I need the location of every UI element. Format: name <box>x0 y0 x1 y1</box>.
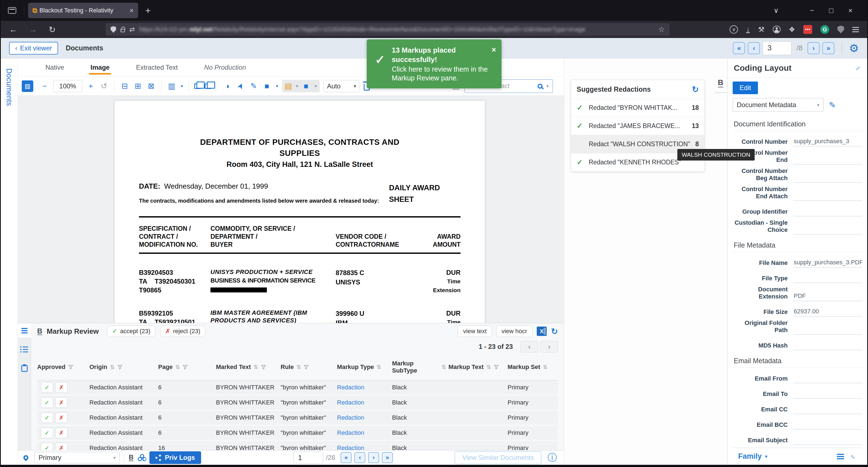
coding-field-value[interactable]: PDF <box>793 292 862 301</box>
cursor-select-icon[interactable]: ➤ <box>235 80 247 92</box>
priv-logs-button[interactable]: Priv Logs <box>149 451 201 464</box>
refresh-icon[interactable]: ↻ <box>692 85 699 94</box>
layout-icon[interactable]: ▥ <box>167 82 176 91</box>
cell-markup-type[interactable]: Redaction <box>337 399 392 406</box>
view-text-button[interactable]: view text <box>458 325 492 337</box>
viewer-mode-icon[interactable]: ▨ <box>22 80 33 92</box>
devtools-wrench-icon[interactable]: ⚒ <box>758 25 764 34</box>
column-header-markup-type[interactable]: Markup Type⇅ <box>337 363 392 371</box>
suggested-redaction-item[interactable]: ✓ Redacted "JAMES BRACEWE... 13 <box>571 117 704 135</box>
coding-field-value[interactable] <box>793 405 862 414</box>
column-header-approved[interactable]: Approved <box>37 363 89 371</box>
sort-icon[interactable]: ⇅ <box>543 363 548 371</box>
next-document-button[interactable]: › <box>807 42 819 54</box>
back-icon[interactable]: ← <box>9 25 17 34</box>
approve-button[interactable]: ✓ <box>41 443 53 450</box>
coding-field-value[interactable] <box>793 226 862 235</box>
lastpass-extension-icon[interactable]: ••• <box>803 25 812 34</box>
refresh-icon[interactable]: ↻ <box>551 327 558 336</box>
table-row[interactable]: ✓ ✗ Redaction Assistant 6 BYRON WHITTAKE… <box>37 426 558 440</box>
list-tabs-icon[interactable]: ∨ <box>767 6 786 15</box>
fill-redaction-caret-icon[interactable]: ▾ <box>315 83 317 89</box>
window-close-button[interactable]: × <box>841 6 860 15</box>
reject-all-button[interactable]: ✗reject (23) <box>160 325 206 337</box>
fit-height-icon[interactable]: ⊟ <box>120 82 129 91</box>
extensions-puzzle-icon[interactable]: ❖ <box>789 25 795 34</box>
sort-icon[interactable]: ⇅ <box>377 363 381 371</box>
column-header-origin[interactable]: Origin⇅ <box>89 363 158 371</box>
column-header-page[interactable]: Page⇅ <box>158 363 216 371</box>
coding-field-value[interactable] <box>793 274 862 283</box>
coding-field-value[interactable] <box>793 390 862 399</box>
column-header-marked-text[interactable]: Marked Text⇅ <box>216 363 281 371</box>
success-toast[interactable]: ✓ 13 Markups placed successfully! Click … <box>367 39 501 88</box>
search-icon[interactable] <box>537 84 542 89</box>
reject-button[interactable]: ✗ <box>55 382 67 393</box>
permissions-icon[interactable]: ⇄ <box>129 26 135 33</box>
adblock-shield-icon[interactable] <box>837 26 844 33</box>
copy-next-icon[interactable] <box>205 83 211 89</box>
settings-gear-icon[interactable]: ⚙ <box>849 42 859 55</box>
reject-button[interactable]: ✗ <box>55 397 67 408</box>
reject-button[interactable]: ✗ <box>55 412 67 423</box>
document-index-input[interactable] <box>763 41 792 55</box>
export-excel-icon[interactable]: X <box>537 327 547 336</box>
fit-mode-select[interactable]: Auto▾ <box>323 80 360 92</box>
approve-button[interactable]: ✓ <box>41 412 53 423</box>
documents-vertical-tab[interactable]: Documents <box>5 68 13 106</box>
layout-caret-icon[interactable]: ▾ <box>181 83 183 89</box>
last-document-button[interactable]: » <box>822 42 834 54</box>
annotation-pen-icon[interactable]: ✎ <box>249 82 258 91</box>
first-page-button[interactable]: « <box>341 452 351 463</box>
document-canvas[interactable]: DEPARTMENT OF PURCHASES, CONTRACTS ANDSU… <box>18 96 564 323</box>
tab-no-production[interactable]: No Production <box>204 58 246 76</box>
view-hocr-button[interactable]: view hocr <box>496 325 532 337</box>
coding-field-value[interactable]: supply_purchases_3.PDF <box>793 259 862 268</box>
window-maximize-button[interactable]: □ <box>822 6 841 15</box>
location-pin-icon[interactable] <box>22 454 29 461</box>
sort-icon[interactable]: ⇅ <box>487 363 491 371</box>
coding-field-value[interactable] <box>793 192 862 201</box>
column-header-rule[interactable]: Rule⇅ <box>281 363 337 371</box>
account-icon[interactable] <box>773 26 780 33</box>
sort-icon[interactable]: ⇅ <box>110 363 115 371</box>
bookmark-star-icon[interactable]: ☆ <box>658 25 665 34</box>
zoom-in-icon[interactable]: + <box>86 82 95 91</box>
markup-grid-view-icon[interactable] <box>18 323 31 338</box>
zoom-level-input[interactable] <box>53 80 82 92</box>
view-similar-documents-button[interactable]: View Similar Documents <box>455 451 541 464</box>
blackout-pane-icon[interactable]: B <box>718 78 723 88</box>
previous-document-button[interactable]: ‹ <box>748 42 760 54</box>
highlight-caret-icon[interactable]: ▾ <box>296 83 298 89</box>
coding-field-value[interactable] <box>793 342 862 350</box>
coding-field-value[interactable] <box>793 208 862 216</box>
fit-width-icon[interactable]: ⊞ <box>133 82 143 91</box>
prev-page-button[interactable]: ‹ <box>354 452 365 463</box>
family-caret-icon[interactable]: ▾ <box>765 454 768 460</box>
table-row[interactable]: ✓ ✗ Redaction Assistant 16 BYRON WHITTAK… <box>37 441 558 450</box>
downloads-icon[interactable]: ↓ <box>746 26 750 33</box>
fill-redaction-icon[interactable]: ■ <box>302 82 311 91</box>
family-dropdown[interactable]: Family <box>738 452 762 461</box>
tab-native[interactable]: Native <box>45 58 64 76</box>
coding-field-value[interactable]: 62937.00 <box>793 308 862 317</box>
markup-list-view-icon[interactable] <box>18 342 31 357</box>
cell-markup-type[interactable]: Redaction <box>337 414 392 421</box>
prev-page-button[interactable]: ‹ <box>521 341 538 352</box>
markup-set-select[interactable]: Primary▾ <box>34 452 120 463</box>
redaction-square-caret-icon[interactable]: ▾ <box>276 83 278 89</box>
approve-button[interactable]: ✓ <box>41 382 53 393</box>
sort-icon[interactable]: ⇅ <box>254 363 258 371</box>
blackout-icon[interactable]: B <box>129 454 133 461</box>
pan-icon[interactable]: ◑ <box>223 82 232 91</box>
search-caret-icon[interactable]: ▾ <box>547 83 549 89</box>
exit-viewer-button[interactable]: ‹Exit viewer <box>9 42 58 55</box>
cell-markup-type[interactable]: Redaction <box>337 444 392 450</box>
approve-button[interactable]: ✓ <box>41 397 53 408</box>
column-header-markup-text[interactable]: Markup Text⇅ <box>448 363 507 371</box>
toast-close-icon[interactable]: × <box>492 46 496 82</box>
coding-field-value[interactable] <box>793 156 862 165</box>
cell-markup-type[interactable]: Redaction <box>337 384 392 391</box>
next-page-button[interactable]: › <box>368 452 379 463</box>
tab-image[interactable]: Image <box>91 58 110 76</box>
